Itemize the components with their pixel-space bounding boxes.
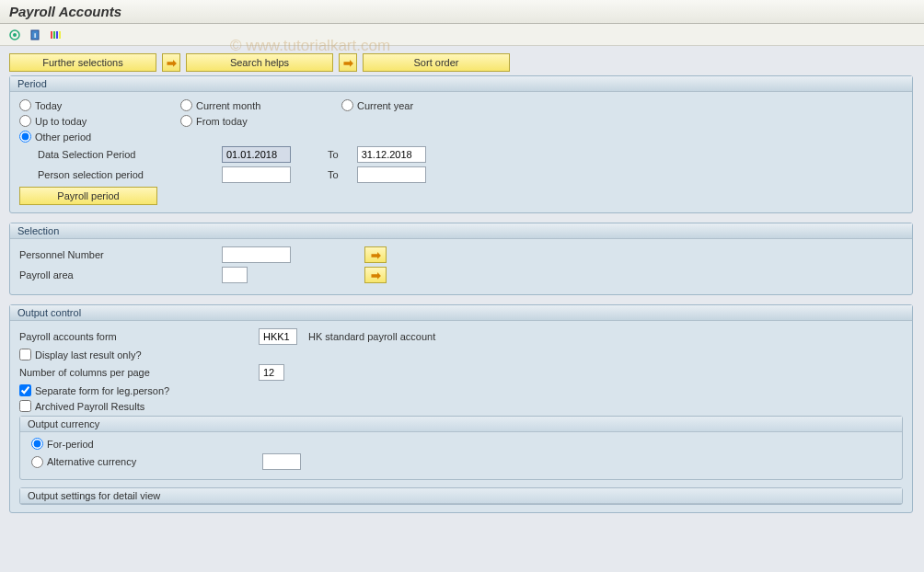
cols-label: Number of columns per page xyxy=(19,367,259,378)
radio-from-today-input[interactable] xyxy=(180,115,192,127)
radio-label: Current year xyxy=(357,100,413,111)
selection-title: Selection xyxy=(10,223,912,239)
for-period-label: For-period xyxy=(47,439,94,450)
form-input[interactable] xyxy=(259,328,297,345)
info-icon[interactable]: i xyxy=(28,28,42,42)
svg-rect-4 xyxy=(51,31,52,39)
payroll-area-multi-button[interactable]: ➡ xyxy=(364,267,387,283)
archived-checkbox[interactable] xyxy=(19,400,31,412)
sort-order-button[interactable]: Sort order xyxy=(363,53,510,72)
separate-form-label: Separate form for leg.person? xyxy=(35,385,169,396)
radio-other-period-input[interactable] xyxy=(19,131,31,143)
alternative-currency-label: Alternative currency xyxy=(47,456,259,467)
data-selection-to-input[interactable] xyxy=(357,146,426,163)
personnel-multi-button[interactable]: ➡ xyxy=(364,246,387,263)
person-selection-label: Person selection period xyxy=(38,169,222,180)
person-selection-to-input[interactable] xyxy=(357,166,426,183)
toolbar: i xyxy=(0,24,924,46)
search-helps-indicator[interactable]: ➡ xyxy=(162,53,180,72)
period-group: Period Today Current month Current year xyxy=(9,75,913,213)
radio-today-input[interactable] xyxy=(19,99,31,111)
detail-view-title: Output settings for detail view xyxy=(20,488,902,504)
detail-view-group: Output settings for detail view xyxy=(19,487,903,505)
svg-rect-5 xyxy=(53,31,55,39)
output-control-group: Output control Payroll accounts form HK … xyxy=(9,304,913,513)
content-area: Further selections ➡ Search helps ➡ Sort… xyxy=(0,46,924,572)
archived-label: Archived Payroll Results xyxy=(35,401,144,412)
arrow-right-icon: ➡ xyxy=(343,56,353,70)
form-label: Payroll accounts form xyxy=(19,331,259,342)
radio-today[interactable]: Today xyxy=(19,99,180,111)
radio-current-year-input[interactable] xyxy=(341,99,353,111)
page-title: Payroll Accounts xyxy=(0,0,924,24)
cols-input[interactable] xyxy=(259,364,284,381)
period-title: Period xyxy=(10,76,912,92)
color-bars-icon[interactable] xyxy=(48,28,63,42)
arrow-right-icon: ➡ xyxy=(371,269,381,282)
sort-order-indicator[interactable]: ➡ xyxy=(339,53,357,72)
alternative-currency-input[interactable] xyxy=(262,453,301,470)
form-description: HK standard payroll account xyxy=(308,331,435,342)
separate-form-checkbox[interactable] xyxy=(19,384,31,396)
radio-label: Current month xyxy=(196,100,260,111)
radio-label: Other period xyxy=(35,132,91,143)
output-currency-title: Output currency xyxy=(20,417,902,432)
radio-current-month-input[interactable] xyxy=(180,99,192,111)
radio-label: Up to today xyxy=(35,116,87,127)
person-selection-from-input[interactable] xyxy=(222,166,291,183)
data-selection-from-input[interactable] xyxy=(222,146,291,163)
radio-up-to-today-input[interactable] xyxy=(19,115,31,127)
radio-label: From today xyxy=(196,116,248,127)
further-selections-button[interactable]: Further selections xyxy=(9,53,156,72)
selection-group: Selection Personnel Number ➡ Payroll are… xyxy=(9,223,913,295)
display-last-label: Display last result only? xyxy=(35,349,142,360)
svg-point-1 xyxy=(13,33,17,37)
svg-rect-7 xyxy=(59,31,61,39)
search-helps-button[interactable]: Search helps xyxy=(186,53,333,72)
svg-rect-6 xyxy=(56,31,58,39)
arrow-right-icon: ➡ xyxy=(167,56,177,70)
personnel-number-label: Personnel Number xyxy=(19,249,222,260)
output-control-title: Output control xyxy=(10,305,912,321)
radio-current-year[interactable]: Current year xyxy=(341,99,502,111)
payroll-area-label: Payroll area xyxy=(19,269,222,280)
display-last-checkbox[interactable] xyxy=(19,349,31,360)
svg-text:i: i xyxy=(34,31,36,40)
output-currency-group: Output currency For-period Alternative c… xyxy=(19,416,903,480)
radio-from-today[interactable]: From today xyxy=(180,115,341,127)
payroll-area-input[interactable] xyxy=(222,267,248,283)
execute-icon[interactable] xyxy=(7,28,22,42)
action-buttons: Further selections ➡ Search helps ➡ Sort… xyxy=(9,53,913,72)
data-selection-label: Data Selection Period xyxy=(38,149,222,160)
to-label: To xyxy=(328,169,339,180)
arrow-right-icon: ➡ xyxy=(371,248,381,262)
payroll-period-button[interactable]: Payroll period xyxy=(19,187,157,205)
personnel-number-input[interactable] xyxy=(222,246,291,263)
radio-other-period[interactable]: Other period xyxy=(19,131,180,143)
radio-up-to-today[interactable]: Up to today xyxy=(19,115,180,127)
radio-label: Today xyxy=(35,100,62,111)
for-period-radio[interactable] xyxy=(31,438,43,450)
alternative-currency-radio[interactable] xyxy=(31,456,43,468)
to-label: To xyxy=(328,149,339,160)
radio-current-month[interactable]: Current month xyxy=(180,99,341,111)
